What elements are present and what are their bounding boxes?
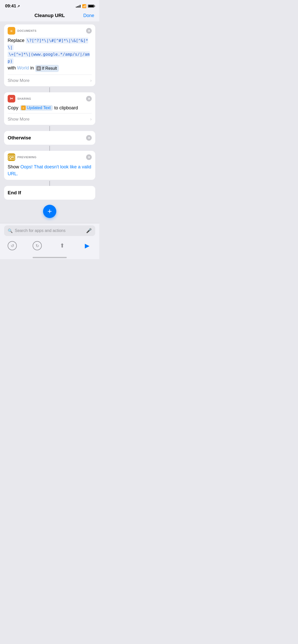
main-content: ≡ DOCUMENTS ✕ Replace \?[^?]*\|\#[^#]*\|… (0, 21, 99, 223)
home-bar (33, 257, 67, 258)
search-area: 🔍 Search for apps and actions 🎤 (0, 223, 99, 239)
documents-body: Replace \?[^?]*\|\#[^#]*\|\&[^&]*\| \=[^… (4, 36, 95, 75)
to-clipboard-label: to clipboard (54, 105, 78, 111)
sharing-card: ✂ SHARING ✕ Copy ≡ Updated Text to clipb… (4, 92, 95, 125)
preview-close-button[interactable]: ✕ (86, 154, 92, 160)
gear-pill-icon: ⚙ (36, 66, 41, 71)
home-indicator (0, 255, 99, 259)
sharing-body: Copy ≡ Updated Text to clipboard (4, 104, 95, 113)
updated-text-pill[interactable]: ≡ Updated Text (20, 105, 53, 111)
with-label: with (8, 65, 16, 70)
signal-bars (76, 5, 80, 8)
world-variable[interactable]: World (17, 65, 29, 70)
done-button[interactable]: Done (83, 13, 94, 18)
doc-pill-icon: ≡ (21, 106, 26, 110)
sharing-close-button[interactable]: ✕ (86, 96, 92, 101)
share-button[interactable]: ⬆ (58, 241, 67, 250)
documents-icon: ≡ (8, 27, 15, 35)
add-button-container: + (4, 201, 95, 220)
search-input[interactable]: Search for apps and actions (15, 228, 84, 233)
redo-icon: ↻ (36, 243, 39, 248)
status-time: 09:41 ↗ (5, 4, 20, 9)
updated-text-label: Updated Text (27, 106, 51, 110)
otherwise-label: Otherwise (8, 135, 31, 141)
preview-header: QR PREVIEWING ✕ (4, 151, 95, 163)
sharing-category: SHARING (17, 97, 31, 100)
connector-1 (4, 87, 95, 92)
preview-body: Show Oops! That doesn't look like a vali… (4, 163, 95, 180)
preview-card: QR PREVIEWING ✕ Show Oops! That doesn't … (4, 151, 95, 180)
sharing-show-more[interactable]: Show More › (4, 113, 95, 125)
redo-button[interactable]: ↻ (33, 241, 42, 250)
end-if-card: End If (4, 186, 95, 200)
chevron-right-icon-2: › (90, 116, 92, 122)
otherwise-card: Otherwise ✕ (4, 131, 95, 145)
end-if-label: End If (8, 190, 21, 196)
show-more-label-1: Show More (8, 78, 30, 83)
plus-icon: + (47, 207, 52, 216)
documents-category: DOCUMENTS (17, 29, 36, 32)
connector-3 (4, 146, 95, 151)
microphone-icon[interactable]: 🎤 (86, 228, 92, 233)
regex-value-2[interactable]: \=[^=]*\|(www.google.*/amp/s/|/amp) (8, 51, 90, 64)
share-icon: ⬆ (60, 242, 64, 249)
undo-icon: ↺ (11, 243, 14, 248)
preview-message: Oops! That doesn't look like a valid URL… (8, 164, 91, 176)
search-bar[interactable]: 🔍 Search for apps and actions 🎤 (4, 225, 95, 236)
add-action-button[interactable]: + (43, 205, 56, 218)
copy-label: Copy (8, 105, 18, 111)
in-label: in (30, 65, 34, 70)
play-icon: ▶ (85, 242, 89, 249)
replace-label: Replace (8, 38, 24, 43)
documents-close-button[interactable]: ✕ (86, 28, 92, 34)
show-more-label-2: Show More (8, 117, 30, 122)
chevron-right-icon-1: › (90, 78, 92, 83)
sharing-header: ✂ SHARING ✕ (4, 92, 95, 104)
preview-icon: QR (8, 153, 15, 161)
location-icon: ↗ (17, 4, 20, 8)
battery-icon (88, 5, 94, 8)
page-title: Cleanup URL (34, 13, 65, 18)
time-display: 09:41 (5, 4, 16, 9)
status-bar: 09:41 ↗ 📶 (0, 0, 99, 11)
sharing-icon: ✂ (8, 95, 15, 103)
undo-button[interactable]: ↺ (8, 241, 17, 250)
documents-card: ≡ DOCUMENTS ✕ Replace \?[^?]*\|\#[^#]*\|… (4, 24, 95, 86)
bottom-toolbar: ↺ ↻ ⬆ ▶ (0, 239, 99, 255)
if-result-label: If Result (42, 65, 57, 71)
nav-bar: Cleanup URL Done (0, 11, 99, 21)
search-icon: 🔍 (8, 228, 13, 233)
play-button[interactable]: ▶ (83, 241, 92, 250)
if-result-pill[interactable]: ⚙ If Result (35, 65, 59, 72)
connector-2 (4, 126, 95, 131)
wifi-icon: 📶 (82, 4, 86, 8)
documents-header: ≡ DOCUMENTS ✕ (4, 24, 95, 36)
documents-show-more[interactable]: Show More › (4, 75, 95, 86)
otherwise-close-button[interactable]: ✕ (86, 135, 92, 141)
show-label: Show (8, 164, 19, 169)
connector-4 (4, 181, 95, 186)
status-icons: 📶 (76, 4, 94, 8)
preview-category: PREVIEWING (17, 156, 36, 159)
